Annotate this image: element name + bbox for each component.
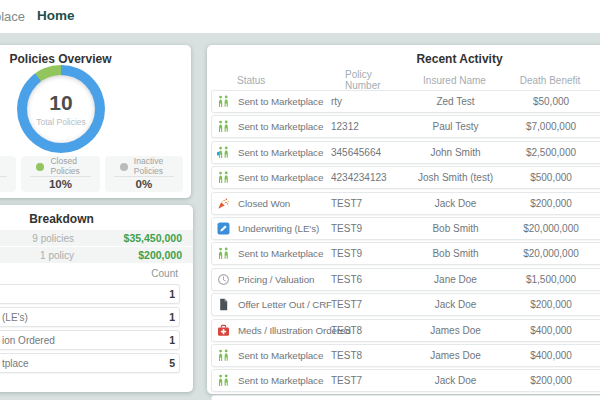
insured-name-cell: Jack Doe (403, 198, 508, 209)
breakdown-row-count: 1 (169, 288, 179, 300)
table-row[interactable]: Closed Won TEST7 Jack Doe $200,000 (211, 192, 600, 215)
activity-table-header: Status Policy Number Insured Name Death … (207, 69, 600, 84)
summary-total-value: $35,450,000 (74, 232, 193, 244)
policies-legend: Closed Policies 10% Inactive Policies 0% (0, 156, 183, 192)
inactive-policies-label: Inactive Policies (134, 157, 168, 176)
legend-cell-inactive: Inactive Policies 0% (105, 156, 183, 192)
death-benefit-cell: $2,500,000 (508, 147, 594, 158)
death-benefit-cell: $50,000 (508, 96, 594, 107)
table-row[interactable]: Sent to Marketplace TEST9 Bob Smith $20,… (211, 242, 600, 265)
status-cell: Underwriting (LE's) (238, 223, 319, 234)
table-row[interactable]: Sent to Marketplace TEST8 James Doe $400… (211, 344, 600, 367)
table-row[interactable]: Underwriting (LE's) TEST9 Bob Smith $20,… (211, 217, 600, 240)
status-cell: Sent to Marketplace (238, 147, 323, 158)
people-icon (217, 374, 230, 387)
status-cell: Sent to Marketplace (238, 96, 323, 107)
pencil-icon (217, 222, 230, 235)
table-row[interactable]: Pricing / Valuation TEST6 Jane Doe $1,50… (211, 268, 600, 291)
death-benefit-cell: $200,000 (508, 299, 594, 310)
people-icon (217, 171, 230, 184)
breakdown-row-count: 1 (169, 311, 179, 323)
policy-number-cell: TEST6 (318, 274, 403, 285)
breakdown-row-label: ion Ordered (0, 335, 55, 346)
summary-row: 1 policy $200,000 (0, 247, 193, 263)
breakdown-title: Breakdown (0, 205, 193, 226)
people-icon (217, 120, 230, 133)
people-icon (217, 349, 230, 362)
policy-number-cell: TEST8 (318, 350, 403, 361)
column-header-status: Status (207, 75, 317, 86)
clock-icon (217, 273, 230, 286)
breakdown-row[interactable]: 1 (0, 284, 180, 304)
death-benefit-cell: $1,500,000 (508, 274, 594, 285)
insured-name-cell: John Smith (403, 147, 508, 158)
death-benefit-cell: $20,000,000 (508, 248, 594, 259)
policies-donut-chart: 10 Total Policies (17, 65, 105, 153)
policy-number-cell: 345645664 (318, 147, 403, 158)
column-header-policy-number: Policy Number (317, 69, 402, 91)
death-benefit-cell: $400,000 (508, 350, 594, 361)
policy-number-cell: TEST7 (318, 375, 403, 386)
policies-overview-title: Policies Overview (0, 45, 191, 66)
insured-name-cell: Jack Doe (403, 375, 508, 386)
closed-policies-label: Closed Policies (50, 157, 84, 176)
summary-total-value: $200,000 (74, 249, 193, 261)
column-header-insured-name: Insured Name (402, 75, 507, 86)
policies-overview-card: Policies Overview 10 Total Policies Clos… (0, 45, 191, 198)
status-cell: Closed Won (238, 198, 290, 209)
summary-row: 9 policies $35,450,000 (0, 230, 193, 246)
insured-name-cell: James Doe (403, 350, 508, 361)
summary-policy-count: 9 policies (0, 233, 74, 244)
insured-name-cell: James Doe (403, 325, 508, 336)
total-policies-value: 10 (49, 92, 72, 113)
table-row[interactable]: Sent to Marketplace TEST6 Jane Doe $1,50… (211, 395, 600, 400)
people-blue-icon (217, 146, 230, 159)
policy-number-cell: TEST7 (318, 198, 403, 209)
table-row[interactable]: Sent to Marketplace 4234234123 Josh Smit… (211, 166, 600, 189)
table-row[interactable]: Sent to Marketplace 12312 Paul Testy $7,… (211, 115, 600, 138)
activity-rows: Sent to Marketplace rty Zed Test $50,000… (211, 90, 600, 400)
status-cell: Pricing / Valuation (238, 274, 314, 285)
count-column-header: Count (0, 268, 193, 281)
policy-number-cell: rty (318, 96, 403, 107)
breakdown-row[interactable]: ion Ordered 1 (0, 330, 180, 350)
donut-ring: 10 Total Policies (17, 65, 105, 153)
table-row[interactable]: Sent to Marketplace 345645664 John Smith… (211, 141, 600, 164)
nav-item-marketplace[interactable]: place (0, 9, 25, 24)
policy-number-cell: TEST9 (318, 223, 403, 234)
nav-item-home[interactable]: Home (37, 8, 75, 23)
column-header-death-benefit: Death Benefit (507, 75, 593, 86)
insured-name-cell: Zed Test (403, 96, 508, 107)
status-cell: Sent to Marketplace (238, 375, 323, 386)
recent-activity-card: Recent Activity Status Policy Number Ins… (207, 45, 600, 394)
inactive-policies-dot (120, 163, 128, 171)
policy-number-cell: TEST9 (318, 248, 403, 259)
insured-name-cell: Jane Doe (403, 274, 508, 285)
breakdown-card: Breakdown 9 policies $35,450,000 1 polic… (0, 205, 193, 392)
document-icon (217, 298, 230, 311)
status-cell: Sent to Marketplace (238, 121, 323, 132)
insured-name-cell: Bob Smith (403, 223, 508, 234)
closed-policies-pct: 10% (21, 178, 99, 190)
table-row[interactable]: Sent to Marketplace TEST7 Jack Doe $200,… (211, 369, 600, 392)
death-benefit-cell: $400,000 (508, 325, 594, 336)
table-row[interactable]: Meds / Illustration Ordered TEST8 James … (211, 319, 600, 342)
closed-policies-dot (36, 163, 44, 171)
insured-name-cell: Jack Doe (403, 299, 508, 310)
breakdown-row[interactable]: tplace 5 (0, 353, 180, 373)
top-nav: place Home (0, 0, 600, 33)
donut-center: 10 Total Policies (27, 75, 95, 143)
policy-number-cell: TEST8 (318, 325, 403, 336)
table-row[interactable]: Offer Letter Out / CRF TEST7 Jack Doe $2… (211, 293, 600, 316)
legend-cell-cutoff (0, 156, 16, 192)
breakdown-row[interactable]: (LE's) 1 (0, 307, 180, 327)
death-benefit-cell: $200,000 (508, 198, 594, 209)
breakdown-row-count: 5 (169, 357, 179, 369)
breakdown-list: 1 (LE's) 1 ion Ordered 1 tplace 5 (0, 284, 180, 373)
death-benefit-cell: $200,000 (508, 375, 594, 386)
breakdown-row-label: tplace (0, 358, 29, 369)
status-cell: Sent to Marketplace (238, 248, 323, 259)
insured-name-cell: Josh Smith (test) (403, 172, 508, 183)
policy-number-cell: 12312 (318, 121, 403, 132)
table-row[interactable]: Sent to Marketplace rty Zed Test $50,000 (211, 90, 600, 113)
